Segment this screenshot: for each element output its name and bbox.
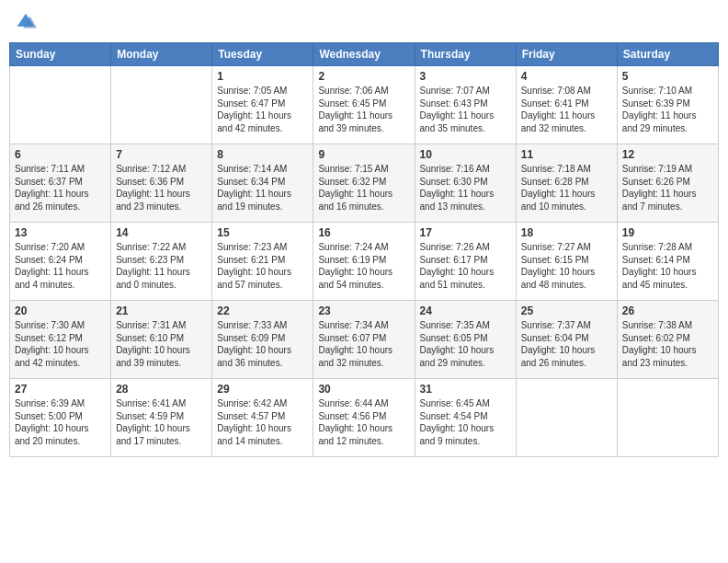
calendar-cell: 12Sunrise: 7:19 AMSunset: 6:26 PMDayligh… [617,144,718,223]
page-header [9,9,719,35]
day-number: 27 [15,383,106,396]
calendar-cell: 25Sunrise: 7:37 AMSunset: 6:04 PMDayligh… [516,301,617,379]
day-info: Sunrise: 7:18 AMSunset: 6:28 PMDaylight:… [521,163,612,213]
calendar-cell: 13Sunrise: 7:20 AMSunset: 6:24 PMDayligh… [10,223,111,301]
day-of-week-header: Wednesday [313,43,415,66]
day-number: 20 [15,304,106,317]
calendar-cell: 23Sunrise: 7:34 AMSunset: 6:07 PMDayligh… [313,301,415,379]
day-info: Sunrise: 7:26 AMSunset: 6:17 PMDaylight:… [420,241,511,291]
day-number: 11 [521,148,612,161]
calendar-cell: 9Sunrise: 7:15 AMSunset: 6:32 PMDaylight… [313,144,415,223]
calendar-cell [617,379,718,457]
calendar-cell: 6Sunrise: 7:11 AMSunset: 6:37 PMDaylight… [10,144,111,223]
day-number: 24 [420,304,511,317]
day-info: Sunrise: 7:24 AMSunset: 6:19 PMDaylight:… [318,241,409,291]
calendar-week-row: 20Sunrise: 7:30 AMSunset: 6:12 PMDayligh… [10,301,719,379]
day-of-week-header: Saturday [617,43,718,66]
calendar-cell: 20Sunrise: 7:30 AMSunset: 6:12 PMDayligh… [10,301,111,379]
logo [13,9,42,35]
day-info: Sunrise: 7:08 AMSunset: 6:41 PMDaylight:… [521,85,612,134]
day-info: Sunrise: 7:33 AMSunset: 6:09 PMDaylight:… [217,319,308,369]
day-number: 13 [15,226,106,239]
calendar-header-row: SundayMondayTuesdayWednesdayThursdayFrid… [10,43,719,66]
calendar-cell: 18Sunrise: 7:27 AMSunset: 6:15 PMDayligh… [516,223,617,301]
day-number: 31 [420,383,511,396]
calendar-cell: 10Sunrise: 7:16 AMSunset: 6:30 PMDayligh… [415,144,516,223]
day-number: 17 [420,226,511,239]
calendar-cell: 15Sunrise: 7:23 AMSunset: 6:21 PMDayligh… [212,223,313,301]
day-info: Sunrise: 6:45 AMSunset: 4:54 PMDaylight:… [420,397,511,447]
calendar-cell: 27Sunrise: 6:39 AMSunset: 5:00 PMDayligh… [10,379,111,457]
day-number: 23 [318,304,409,317]
calendar-cell: 11Sunrise: 7:18 AMSunset: 6:28 PMDayligh… [516,144,617,223]
day-number: 18 [521,226,612,239]
day-number: 12 [622,148,713,161]
day-info: Sunrise: 7:05 AMSunset: 6:47 PMDaylight:… [217,85,308,134]
day-number: 10 [420,148,511,161]
day-number: 5 [622,70,713,83]
calendar-cell: 29Sunrise: 6:42 AMSunset: 4:57 PMDayligh… [212,379,313,457]
day-number: 30 [318,383,409,396]
day-info: Sunrise: 7:19 AMSunset: 6:26 PMDaylight:… [622,163,713,213]
day-info: Sunrise: 7:20 AMSunset: 6:24 PMDaylight:… [15,241,106,291]
calendar-cell [516,379,617,457]
day-info: Sunrise: 7:14 AMSunset: 6:34 PMDaylight:… [217,163,308,213]
calendar-cell: 31Sunrise: 6:45 AMSunset: 4:54 PMDayligh… [415,379,516,457]
calendar-cell: 26Sunrise: 7:38 AMSunset: 6:02 PMDayligh… [617,301,718,379]
day-of-week-header: Thursday [415,43,516,66]
calendar-week-row: 1Sunrise: 7:05 AMSunset: 6:47 PMDaylight… [10,66,719,144]
calendar-cell: 19Sunrise: 7:28 AMSunset: 6:14 PMDayligh… [617,223,718,301]
logo-icon [13,9,39,35]
day-info: Sunrise: 7:35 AMSunset: 6:05 PMDaylight:… [420,319,511,369]
calendar-week-row: 6Sunrise: 7:11 AMSunset: 6:37 PMDaylight… [10,144,719,223]
calendar-table: SundayMondayTuesdayWednesdayThursdayFrid… [9,42,719,457]
day-info: Sunrise: 6:41 AMSunset: 4:59 PMDaylight:… [116,397,207,447]
day-number: 14 [116,226,207,239]
calendar-cell: 30Sunrise: 6:44 AMSunset: 4:56 PMDayligh… [313,379,415,457]
day-number: 8 [217,148,308,161]
day-number: 16 [318,226,409,239]
day-info: Sunrise: 7:31 AMSunset: 6:10 PMDaylight:… [116,319,207,369]
calendar-cell: 21Sunrise: 7:31 AMSunset: 6:10 PMDayligh… [111,301,212,379]
day-info: Sunrise: 7:15 AMSunset: 6:32 PMDaylight:… [318,163,409,213]
day-info: Sunrise: 7:27 AMSunset: 6:15 PMDaylight:… [521,241,612,291]
day-number: 4 [521,70,612,83]
day-number: 15 [217,226,308,239]
day-number: 2 [318,70,409,83]
day-number: 29 [217,383,308,396]
calendar-cell: 16Sunrise: 7:24 AMSunset: 6:19 PMDayligh… [313,223,415,301]
day-info: Sunrise: 7:23 AMSunset: 6:21 PMDaylight:… [217,241,308,291]
day-info: Sunrise: 7:28 AMSunset: 6:14 PMDaylight:… [622,241,713,291]
calendar-cell: 5Sunrise: 7:10 AMSunset: 6:39 PMDaylight… [617,66,718,144]
day-info: Sunrise: 7:07 AMSunset: 6:43 PMDaylight:… [420,85,511,134]
calendar-cell: 28Sunrise: 6:41 AMSunset: 4:59 PMDayligh… [111,379,212,457]
day-number: 19 [622,226,713,239]
calendar-week-row: 27Sunrise: 6:39 AMSunset: 5:00 PMDayligh… [10,379,719,457]
calendar-cell: 8Sunrise: 7:14 AMSunset: 6:34 PMDaylight… [212,144,313,223]
day-number: 22 [217,304,308,317]
calendar-cell: 4Sunrise: 7:08 AMSunset: 6:41 PMDaylight… [516,66,617,144]
calendar-cell: 7Sunrise: 7:12 AMSunset: 6:36 PMDaylight… [111,144,212,223]
calendar-cell [111,66,212,144]
day-info: Sunrise: 7:37 AMSunset: 6:04 PMDaylight:… [521,319,612,369]
day-number: 6 [15,148,106,161]
day-info: Sunrise: 7:38 AMSunset: 6:02 PMDaylight:… [622,319,713,369]
day-info: Sunrise: 7:22 AMSunset: 6:23 PMDaylight:… [116,241,207,291]
calendar-cell: 3Sunrise: 7:07 AMSunset: 6:43 PMDaylight… [415,66,516,144]
day-info: Sunrise: 6:42 AMSunset: 4:57 PMDaylight:… [217,397,308,447]
calendar-cell [10,66,111,144]
day-info: Sunrise: 7:10 AMSunset: 6:39 PMDaylight:… [622,85,713,134]
day-number: 3 [420,70,511,83]
day-number: 1 [217,70,308,83]
calendar-cell: 1Sunrise: 7:05 AMSunset: 6:47 PMDaylight… [212,66,313,144]
day-number: 25 [521,304,612,317]
day-info: Sunrise: 7:06 AMSunset: 6:45 PMDaylight:… [318,85,409,134]
calendar-cell: 24Sunrise: 7:35 AMSunset: 6:05 PMDayligh… [415,301,516,379]
day-info: Sunrise: 7:16 AMSunset: 6:30 PMDaylight:… [420,163,511,213]
day-number: 9 [318,148,409,161]
calendar-cell: 2Sunrise: 7:06 AMSunset: 6:45 PMDaylight… [313,66,415,144]
calendar-week-row: 13Sunrise: 7:20 AMSunset: 6:24 PMDayligh… [10,223,719,301]
day-info: Sunrise: 6:39 AMSunset: 5:00 PMDaylight:… [15,397,106,447]
day-of-week-header: Tuesday [212,43,313,66]
day-of-week-header: Friday [516,43,617,66]
